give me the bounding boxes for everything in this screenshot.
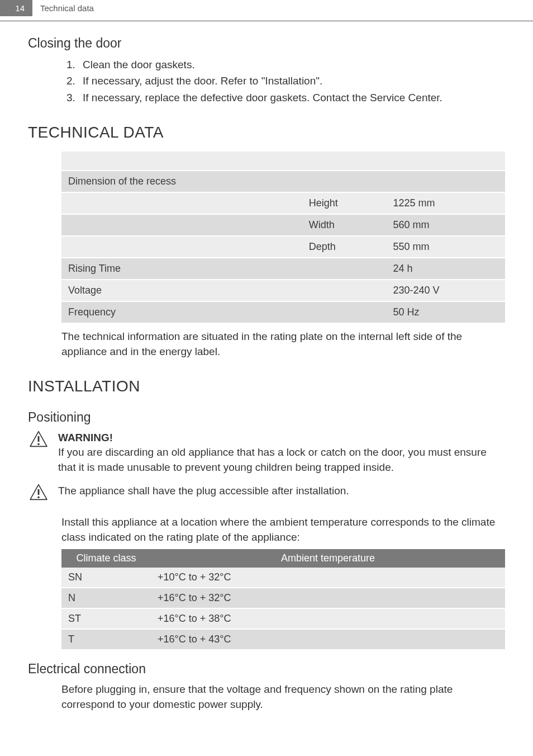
warning-icon <box>28 431 49 447</box>
cell <box>302 280 387 301</box>
table-row: SN +10°C to + 32°C <box>61 568 505 588</box>
cell: 550 mm <box>387 236 505 258</box>
table-row: Dimension of the recess <box>61 171 505 192</box>
table-row: N +16°C to + 32°C <box>61 588 505 608</box>
cell: +16°C to + 43°C <box>151 629 505 650</box>
cell: 24 h <box>387 258 505 280</box>
cell: Rising Time <box>61 258 302 280</box>
table-header-row: Climate class Ambient temperature <box>61 549 505 568</box>
list-item: Clean the door gaskets. <box>78 56 505 73</box>
table-row: ST +16°C to + 38°C <box>61 608 505 629</box>
cell <box>61 214 302 236</box>
page-header: 14 Technical data <box>0 0 533 16</box>
cell: Voltage <box>61 280 302 301</box>
table-row: T +16°C to + 43°C <box>61 629 505 650</box>
cell: 1225 mm <box>387 192 505 214</box>
table-row: Voltage 230-240 V <box>61 280 505 301</box>
cell: Frequency <box>61 301 302 323</box>
cell: Depth <box>302 236 387 258</box>
cell <box>302 301 387 323</box>
cell: ST <box>61 608 151 629</box>
svg-rect-4 <box>38 489 40 495</box>
electrical-heading: Electrical connection <box>28 662 505 677</box>
technical-data-table: Dimension of the recess Height 1225 mm W… <box>61 152 505 324</box>
col-header: Ambient temperature <box>151 549 505 568</box>
cell: +10°C to + 32°C <box>151 568 505 588</box>
table-row: Frequency 50 Hz <box>61 301 505 323</box>
warning-text: If you are discarding an old appliance t… <box>58 446 487 473</box>
note-block: The appliance shall have the plug access… <box>28 484 505 500</box>
col-header: Climate class <box>61 549 151 568</box>
closing-door-heading: Closing the door <box>28 36 505 51</box>
warning-block: WARNING! If you are discarding an old ap… <box>28 431 505 475</box>
climate-intro: Install this appliance at a location whe… <box>61 515 505 545</box>
cell: +16°C to + 38°C <box>151 608 505 629</box>
electrical-text: Before plugging in, ensure that the volt… <box>61 682 505 712</box>
warning-icon <box>28 484 49 500</box>
cell: N <box>61 588 151 608</box>
positioning-heading: Positioning <box>28 410 505 425</box>
table-row: Width 560 mm <box>61 214 505 236</box>
table-row <box>61 152 505 171</box>
list-item: If necessary, replace the defective door… <box>78 89 505 106</box>
list-item: If necessary, adjust the door. Refer to … <box>78 73 505 89</box>
technical-data-heading: TECHNICAL DATA <box>28 124 505 141</box>
cell <box>302 258 387 280</box>
climate-table: Climate class Ambient temperature SN +10… <box>61 549 505 650</box>
cell: Height <box>302 192 387 214</box>
cell <box>61 236 302 258</box>
svg-point-5 <box>37 497 40 499</box>
cell: 230-240 V <box>387 280 505 301</box>
svg-rect-1 <box>38 436 40 442</box>
cell: 560 mm <box>387 214 505 236</box>
table-row: Depth 550 mm <box>61 236 505 258</box>
warning-content: WARNING! If you are discarding an old ap… <box>58 431 505 475</box>
cell <box>387 171 505 192</box>
cell: T <box>61 629 151 650</box>
svg-point-2 <box>37 443 40 445</box>
technical-data-footnote: The technical information are situated i… <box>61 329 505 359</box>
cell: 50 Hz <box>387 301 505 323</box>
cell: +16°C to + 32°C <box>151 588 505 608</box>
table-row: Rising Time 24 h <box>61 258 505 280</box>
cell: Width <box>302 214 387 236</box>
installation-heading: INSTALLATION <box>28 377 505 395</box>
running-title: Technical data <box>32 0 533 16</box>
header-rule <box>0 21 533 21</box>
closing-door-steps: Clean the door gaskets. If necessary, ad… <box>78 56 505 106</box>
plug-note: The appliance shall have the plug access… <box>58 484 505 499</box>
cell: Dimension of the recess <box>61 171 302 192</box>
page-number: 14 <box>0 0 32 16</box>
warning-label: WARNING! <box>58 432 113 443</box>
cell <box>61 192 302 214</box>
cell <box>302 171 387 192</box>
table-row: Height 1225 mm <box>61 192 505 214</box>
cell: SN <box>61 568 151 588</box>
